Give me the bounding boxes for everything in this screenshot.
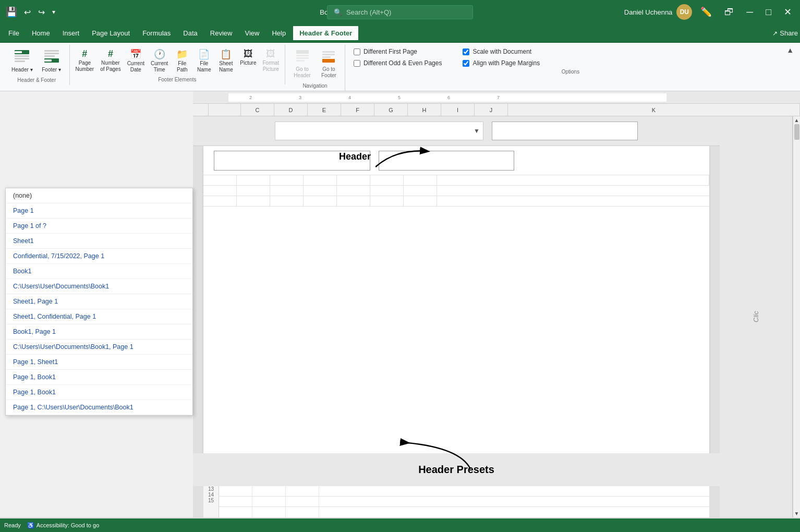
share-icon[interactable]: ↗ — [772, 30, 778, 37]
align-with-margins-option[interactable]: Align with Page Margins — [463, 59, 540, 67]
file-path-button[interactable]: 📁 FilePath — [172, 47, 192, 75]
share-button[interactable]: Share — [780, 29, 798, 37]
header-dropdown[interactable]: ▼ — [275, 122, 483, 140]
dropdown-item-page1-of[interactable]: Page 1 of ? — [6, 219, 192, 234]
dropdown-item-path-page1[interactable]: C:\Users\User\Documents\Book1, Page 1 — [6, 340, 192, 355]
lower-cell-15d[interactable] — [319, 507, 709, 517]
grid-cell-1g[interactable] — [404, 175, 437, 185]
grid-cell-1e[interactable] — [337, 175, 370, 185]
pen-icon[interactable]: ✏️ — [696, 4, 716, 20]
vertical-scrollbar[interactable]: ▲ ▼ — [793, 116, 800, 517]
grid-cell-1f[interactable] — [370, 175, 404, 185]
menu-data[interactable]: Data — [177, 26, 203, 40]
grid-cell-3b[interactable] — [237, 196, 270, 206]
lower-cell-15a[interactable] — [219, 507, 252, 517]
grid-cell-3d[interactable] — [304, 196, 337, 206]
lower-cell-13c[interactable] — [286, 486, 319, 496]
picture-button[interactable]: 🖼 Picture — [237, 47, 259, 75]
sheet-name-button[interactable]: 📋 SheetName — [215, 47, 236, 75]
dropdown-item-confidential[interactable]: Confidential, 7/15/2022, Page 1 — [6, 249, 192, 264]
grid-cell-2a[interactable] — [203, 186, 237, 196]
file-name-button[interactable]: 📄 FileName — [193, 47, 214, 75]
go-to-footer-button[interactable]: Go toFooter — [317, 47, 341, 81]
dropdown-item-page1-book1-a[interactable]: Page 1, Book1 — [6, 370, 192, 385]
menu-review[interactable]: Review — [204, 26, 239, 40]
dropdown-item-page1[interactable]: Page 1 — [6, 203, 192, 219]
grid-cell-1d[interactable] — [304, 175, 337, 185]
current-time-button[interactable]: 🕐 CurrentTime — [148, 47, 171, 75]
grid-cell-2c[interactable] — [270, 186, 304, 196]
dropdown-item-page1-book1-b[interactable]: Page 1, Book1 — [6, 385, 192, 400]
minimize-button[interactable]: ─ — [742, 5, 757, 20]
menu-view[interactable]: View — [238, 26, 265, 40]
grid-cell-1a[interactable] — [203, 175, 237, 185]
different-odd-even-checkbox[interactable] — [354, 60, 360, 67]
format-picture-button[interactable]: 🖼 FormatPicture — [260, 47, 282, 75]
redo-button[interactable]: ↪ — [36, 5, 47, 19]
dropdown-item-path[interactable]: C:\Users\User\Documents\Book1 — [6, 279, 192, 294]
menu-page-layout[interactable]: Page Layout — [86, 26, 136, 40]
dropdown-item-page1-sheet1[interactable]: Page 1, Sheet1 — [6, 355, 192, 370]
dropdown-item-book1-page1[interactable]: Book1, Page 1 — [6, 324, 192, 340]
go-to-header-button[interactable]: Go toHeader — [289, 47, 315, 81]
grid-cell-2d[interactable] — [304, 186, 337, 196]
menu-file[interactable]: File — [2, 26, 26, 40]
lower-cell-14a[interactable] — [219, 497, 252, 506]
dropdown-item-sheet1-conf[interactable]: Sheet1, Confidential, Page 1 — [6, 309, 192, 324]
undo-button[interactable]: ↩ — [22, 5, 33, 19]
footer-button[interactable]: Footer ▾ — [38, 47, 65, 75]
align-with-margins-checkbox[interactable] — [463, 60, 469, 67]
search-input[interactable] — [346, 8, 461, 16]
search-box[interactable]: 🔍 — [327, 5, 473, 19]
dropdown-item-sheet1[interactable]: Sheet1 — [6, 234, 192, 249]
dropdown-item-sheet1-page1[interactable]: Sheet1, Page 1 — [6, 294, 192, 309]
grid-cell-2g[interactable] — [404, 186, 437, 196]
grid-cell-2h[interactable] — [437, 186, 709, 196]
menu-formulas[interactable]: Formulas — [136, 26, 177, 40]
different-first-page-checkbox[interactable] — [354, 49, 360, 55]
lower-cell-15b[interactable] — [252, 507, 286, 517]
different-odd-even-option[interactable]: Different Odd & Even Pages — [354, 59, 442, 67]
grid-cell-3c[interactable] — [270, 196, 304, 206]
menu-help[interactable]: Help — [265, 26, 292, 40]
header-right-box[interactable] — [492, 122, 638, 140]
grid-cell-1h[interactable] — [437, 175, 709, 185]
lower-cell-14d[interactable] — [319, 497, 709, 506]
quick-access-dropdown[interactable]: ▾ — [50, 6, 57, 18]
page-number-button[interactable]: # PageNumber — [73, 47, 97, 75]
grid-cell-3a[interactable] — [203, 196, 237, 206]
grid-cell-1b[interactable] — [237, 175, 270, 185]
lower-cell-14c[interactable] — [286, 497, 319, 506]
scale-with-document-option[interactable]: Scale with Document — [463, 48, 540, 55]
grid-cell-3e[interactable] — [337, 196, 370, 206]
lower-cell-13b[interactable] — [252, 486, 286, 496]
dropdown-item-book1[interactable]: Book1 — [6, 264, 192, 279]
restore-button[interactable]: 🗗 — [720, 5, 738, 20]
scroll-down-button[interactable]: ▼ — [794, 511, 799, 516]
menu-home[interactable]: Home — [26, 26, 56, 40]
save-icon[interactable]: 💾 — [4, 5, 19, 19]
grid-cell-3f[interactable] — [370, 196, 404, 206]
close-button[interactable]: ✕ — [780, 4, 796, 20]
grid-cell-2f[interactable] — [370, 186, 404, 196]
grid-cell-3h[interactable] — [437, 196, 709, 206]
grid-cell-3g[interactable] — [404, 196, 437, 206]
scroll-up-button[interactable]: ▲ — [794, 117, 799, 123]
scale-with-document-checkbox[interactable] — [463, 49, 469, 55]
number-of-pages-button[interactable]: # Numberof Pages — [98, 47, 123, 75]
menu-insert[interactable]: Insert — [56, 26, 86, 40]
grid-cell-2b[interactable] — [237, 186, 270, 196]
ribbon-collapse-button[interactable]: ▲ — [784, 45, 796, 55]
grid-cell-1c[interactable] — [270, 175, 304, 185]
different-first-page-option[interactable]: Different First Page — [354, 48, 442, 55]
lower-cell-13d[interactable] — [319, 486, 709, 496]
grid-cell-2e[interactable] — [337, 186, 370, 196]
lower-cell-14b[interactable] — [252, 497, 286, 506]
lower-cell-13a[interactable] — [219, 486, 252, 496]
lower-cell-15c[interactable] — [286, 507, 319, 517]
menu-header-footer[interactable]: Header & Footer — [292, 25, 359, 41]
dropdown-item-none[interactable]: (none) — [6, 188, 192, 203]
scroll-thumb[interactable] — [794, 124, 799, 140]
dropdown-item-page1-path[interactable]: Page 1, C:\Users\User\Documents\Book1 — [6, 400, 192, 415]
current-date-button[interactable]: 📅 CurrentDate — [125, 47, 147, 75]
